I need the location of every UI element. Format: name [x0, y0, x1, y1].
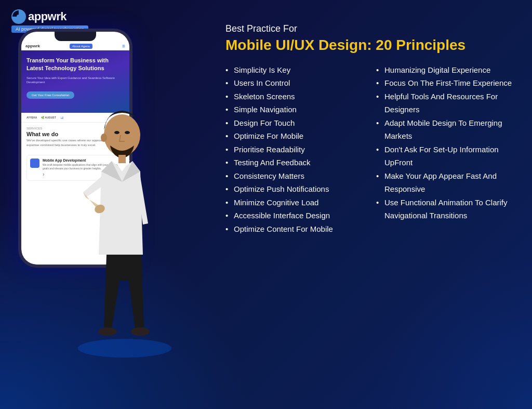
svg-point-5: [101, 134, 107, 142]
person-figure: [68, 26, 182, 359]
principle-item-10: Optimize Push Notifications: [225, 182, 366, 196]
person-svg: [68, 26, 182, 359]
principle-item-17: Adapt Mobile Design To Emerging Markets: [376, 116, 516, 143]
principle-item-6: Optimize For Mobile: [225, 129, 366, 143]
principle-item-3: Skeleton Screens: [225, 90, 366, 103]
phone-logo: appwrk: [25, 44, 40, 48]
svg-point-7: [125, 131, 130, 134]
svg-point-2: [131, 327, 150, 336]
svg-rect-8: [118, 155, 126, 163]
partner-logo-3: 📊: [60, 116, 63, 119]
principle-item-9: Consistency Matters: [225, 169, 366, 183]
principle-item-1: Simplicity Is Key: [225, 63, 366, 77]
principle-item-20: Use Functional Animation To Clarify Navi…: [376, 196, 516, 222]
principle-item-14: Humanizing Digital Experience: [376, 63, 516, 77]
logo-icon: [11, 9, 26, 24]
svg-point-4: [104, 114, 140, 156]
logo-name: appwrk: [28, 10, 66, 23]
principle-item-8: Testing And Feedback: [225, 156, 366, 169]
logo-container: appwrk: [11, 9, 66, 24]
content-area: Best Practice For Mobile UI/UX Design: 2…: [225, 23, 516, 235]
svg-point-6: [114, 131, 119, 134]
principle-item-15: Focus On The First-Time Experience: [376, 76, 516, 90]
principle-item-4: Simple Navigation: [225, 103, 366, 116]
partner-logo-1: AYYEKA: [26, 116, 37, 119]
principle-item-13: Optimize Content For Mobile: [225, 222, 366, 236]
principle-item-2: Users In Control: [225, 76, 366, 90]
principle-item-11: Minimize Cognitive Load: [225, 196, 366, 209]
phone-notch: [55, 32, 96, 41]
principle-item-12: Accessible Interface Design: [225, 209, 366, 222]
principle-item-19: Make Your App Appear Fast And Responsive: [376, 169, 516, 196]
principle-item-18: Don't Ask For Set-Up Information UpFront: [376, 143, 516, 169]
svg-point-0: [78, 339, 171, 358]
main-title: Mobile UI/UX Design: 20 Principles: [225, 36, 516, 54]
principle-item-5: Design For Touch: [225, 116, 366, 130]
principle-item-7: Prioritise Readability: [225, 143, 366, 156]
svg-point-1: [98, 327, 117, 336]
partner-logo-2: 🌿 AUGUST: [41, 116, 56, 119]
principles-list: Simplicity Is KeyUsers In ControlSkeleto…: [225, 63, 516, 236]
phone-card-icon: [30, 159, 39, 168]
subtitle: Best Practice For: [225, 23, 516, 34]
principle-item-16: Helpful Tools And Resources For Designer…: [376, 90, 516, 116]
